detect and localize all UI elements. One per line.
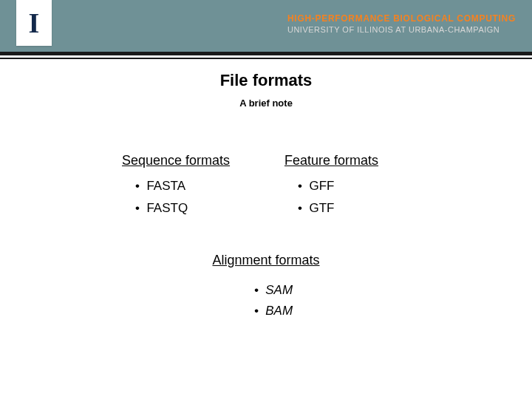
header-university-name: UNIVERSITY OF ILLINOIS AT URBANA-CHAMPAI…	[287, 25, 516, 34]
item-text: GFF	[309, 179, 334, 193]
list-item: • FASTA	[135, 179, 248, 194]
slide-subtitle: A brief note	[0, 98, 532, 109]
list-item: • GTF	[298, 201, 410, 216]
columns-row: Sequence formats • FASTA • FASTQ Feature…	[0, 153, 532, 223]
heading-sequence-formats: Sequence formats	[122, 153, 248, 168]
slide-title: File formats	[220, 71, 313, 90]
item-text: SAM	[265, 283, 293, 297]
list-item: • GFF	[298, 179, 410, 194]
list-item: • SAM	[254, 283, 293, 298]
list-item: • FASTQ	[135, 201, 248, 216]
item-text: GTF	[309, 201, 334, 215]
logo-box: I	[16, 0, 52, 46]
column-alignment-formats: Alignment formats • SAM • BAM	[0, 253, 532, 324]
header-program-name: HIGH-PERFORMANCE BIOLOGICAL COMPUTING	[287, 13, 516, 24]
heading-alignment-formats: Alignment formats	[212, 253, 319, 268]
item-text: FASTA	[146, 179, 185, 193]
column-sequence-formats: Sequence formats • FASTA • FASTQ	[122, 153, 248, 223]
heading-feature-formats: Feature formats	[284, 153, 410, 168]
item-text: BAM	[265, 304, 293, 318]
header-text-block: HIGH-PERFORMANCE BIOLOGICAL COMPUTING UN…	[287, 13, 516, 34]
alignment-items: • SAM • BAM	[239, 277, 293, 324]
list-item: • BAM	[254, 304, 293, 318]
header-bar: I HIGH-PERFORMANCE BIOLOGICAL COMPUTING …	[0, 0, 532, 52]
slide-content: File formats A brief note Sequence forma…	[0, 59, 532, 324]
item-text: FASTQ	[146, 201, 188, 215]
column-feature-formats: Feature formats • GFF • GTF	[284, 153, 410, 223]
logo-letter-icon: I	[29, 9, 40, 37]
